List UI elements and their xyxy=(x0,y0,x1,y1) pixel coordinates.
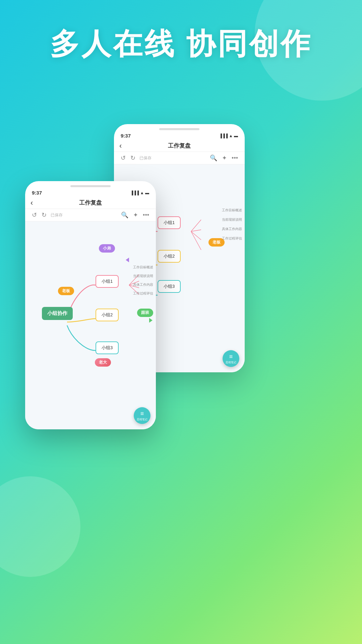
boss-label-front: 老板 xyxy=(58,287,74,295)
undo-btn-front[interactable]: ↺ xyxy=(31,211,38,219)
status-icons-back: ▐▐▐ ▲ ▬ xyxy=(219,133,238,138)
branch2-back: 当前现状说明 xyxy=(222,217,242,222)
svg-marker-9 xyxy=(149,318,153,323)
note-btn-back[interactable]: ≡ 思维笔记 xyxy=(223,350,239,367)
redo-btn-back[interactable]: ↻ xyxy=(129,154,137,162)
hero-line1: 多人在线 协同创作 xyxy=(50,27,312,60)
svg-marker-8 xyxy=(126,258,129,262)
laoda-label: 老大 xyxy=(95,358,111,367)
undo-btn-back[interactable]: ↺ xyxy=(119,154,127,162)
group1-node-front: 小组1 xyxy=(96,275,119,288)
note-btn-front[interactable]: ≡ 思维笔记 xyxy=(134,407,150,424)
branch3-back: 具体工作内容 xyxy=(222,227,242,231)
time-front: 9:37 xyxy=(32,190,42,196)
back-icon-back[interactable]: ‹ xyxy=(119,142,122,150)
group2-node-front: 小组2 xyxy=(96,309,119,321)
group1-node-back: 小组1 xyxy=(158,216,181,229)
branch3-front: 具体工作内容 xyxy=(133,282,153,287)
status-bar-back: 9:37 ▐▐▐ ▲ ▬ xyxy=(114,130,245,140)
toolbar-title-front: 工作复盘 xyxy=(79,199,102,207)
group3-node-back: 小组3 xyxy=(158,280,181,293)
saved-label-back: 已保存 xyxy=(139,155,152,161)
hero-title: 多人在线 协同创作 xyxy=(0,27,362,61)
search-btn-back[interactable]: 🔍 xyxy=(208,154,219,162)
status-bar-front: 9:37 ▐▐▐ ▲ ▬ xyxy=(25,187,156,197)
toolbar-front: ‹ 工作复盘 xyxy=(25,197,156,209)
search-btn-front[interactable]: 🔍 xyxy=(120,211,130,219)
more-btn-front[interactable]: ••• xyxy=(141,211,150,219)
group3-node-front: 小组3 xyxy=(96,341,119,354)
back-icon-front[interactable]: ‹ xyxy=(31,199,33,207)
svg-line-0 xyxy=(191,220,201,231)
phone-front: 9:37 ▐▐▐ ▲ ▬ ‹ 工作复盘 ↺ ↻ 已保存 🔍 ✦ ••• xyxy=(25,181,156,429)
note-icon-back: ≡ xyxy=(229,353,233,360)
didi-label: 小弟 xyxy=(99,244,115,253)
svg-line-3 xyxy=(191,231,201,250)
saved-label-front: 已保存 xyxy=(51,212,63,218)
canvas-front: 小弟 老板 小组协作 小组1 小组2 跟班 xyxy=(25,221,156,429)
share-btn-back[interactable]: ✦ xyxy=(221,154,228,162)
branch4-front: 工作过程评估 xyxy=(133,291,153,296)
more-btn-back[interactable]: ••• xyxy=(230,154,239,162)
share-btn-front[interactable]: ✦ xyxy=(132,211,139,219)
redo-btn-front[interactable]: ↻ xyxy=(40,211,48,219)
note-label-front: 思维笔记 xyxy=(137,418,147,421)
note-label-back: 思维笔记 xyxy=(226,361,236,364)
branch1-front: 工作目标概述 xyxy=(133,265,153,270)
group2-node-back: 小组2 xyxy=(158,250,181,263)
actions-bar-front: ↺ ↻ 已保存 🔍 ✦ ••• xyxy=(25,209,156,221)
status-icons-front: ▐▐▐ ▲ ▬ xyxy=(130,191,149,195)
note-icon-front: ≡ xyxy=(140,410,144,417)
svg-line-1 xyxy=(191,230,201,231)
genban-label: 跟班 xyxy=(137,309,153,317)
center-node: 小组协作 xyxy=(42,307,73,320)
branch2-front: 当前现状说明 xyxy=(133,274,153,278)
branch4-back: 工作过程评估 xyxy=(222,236,242,241)
time-back: 9:37 xyxy=(121,133,131,139)
branch1-back: 工作目标概述 xyxy=(222,208,242,213)
actions-bar-back: ↺ ↻ 已保存 🔍 ✦ ••• xyxy=(114,152,245,164)
toolbar-title-back: 工作复盘 xyxy=(168,142,191,150)
svg-line-2 xyxy=(191,231,201,240)
toolbar-back: ‹ 工作复盘 xyxy=(114,140,245,152)
